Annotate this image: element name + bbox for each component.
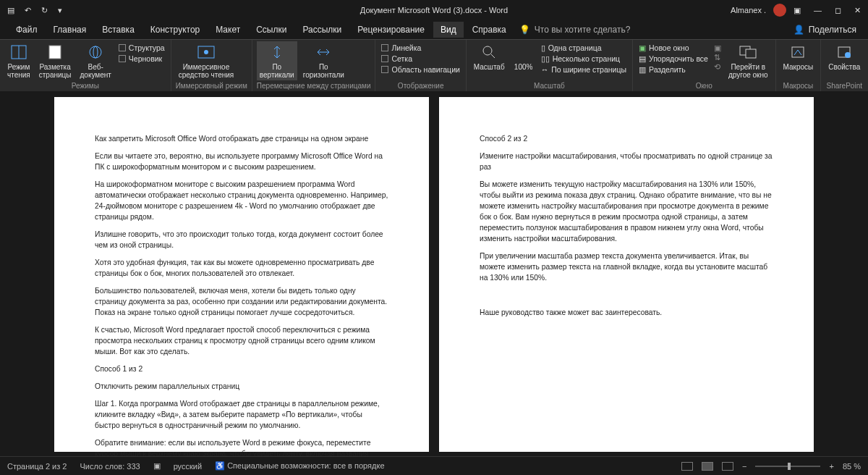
redo-icon[interactable]: ↻ xyxy=(41,6,48,15)
document-area[interactable]: Как запретить Microsoft Office Word отоб… xyxy=(0,91,868,456)
a11y-icon: ♿ xyxy=(215,461,225,470)
side-by-side-icon[interactable]: ▣ xyxy=(714,43,721,52)
group-zoom: Масштаб 100% ▯Одна страница ▯▯Несколько … xyxy=(467,40,633,91)
vertical-button[interactable]: Повертикали xyxy=(257,41,297,80)
reset-pos-icon[interactable]: ⟲ xyxy=(714,62,721,71)
svg-point-6 xyxy=(204,50,208,54)
svg-point-7 xyxy=(483,46,492,55)
multi-page-button[interactable]: ▯▯Несколько страниц xyxy=(541,54,626,64)
lightbulb-icon: 💡 xyxy=(519,25,530,35)
qa-more-icon[interactable]: ▾ xyxy=(58,6,62,15)
width-icon: ↔ xyxy=(541,65,549,74)
new-window-button[interactable]: ▣Новое окно xyxy=(639,43,708,53)
sync-scroll-icon[interactable]: ⇅ xyxy=(714,53,721,62)
minimize-button[interactable]: — xyxy=(814,6,822,15)
draft-button[interactable]: Черновик xyxy=(119,54,165,64)
menu-review[interactable]: Рецензирование xyxy=(350,22,432,38)
spellcheck-icon[interactable]: ▣ xyxy=(153,461,161,471)
paragraph: Отключить режим параллельных страниц xyxy=(95,381,388,392)
menu-design[interactable]: Конструктор xyxy=(143,22,207,38)
view-web-icon[interactable] xyxy=(722,462,733,471)
group-sharepoint: Свойства SharePoint xyxy=(821,40,867,91)
zoom-out-button[interactable]: − xyxy=(742,462,746,471)
paragraph: Способ 2 из 2 xyxy=(480,133,773,144)
status-lang[interactable]: русский xyxy=(174,462,202,471)
menu-refs[interactable]: Ссылки xyxy=(249,22,294,38)
menu-insert[interactable]: Вставка xyxy=(95,22,142,38)
pages-icon: ▯▯ xyxy=(541,54,550,63)
page-1: Как запретить Microsoft Office Word отоб… xyxy=(54,97,429,452)
read-mode-button[interactable]: Режимчтения xyxy=(4,41,33,80)
paragraph: К счастью, Microsoft Word предлагает про… xyxy=(95,324,388,357)
paragraph: Как запретить Microsoft Office Word отоб… xyxy=(95,133,388,144)
group-window: ▣Новое окно ▤Упорядочить все ▥Разделить … xyxy=(633,40,776,91)
menu-mail[interactable]: Рассылки xyxy=(295,22,349,38)
one-page-button[interactable]: ▯Одна страница xyxy=(541,43,626,53)
tell-me[interactable]: 💡Что вы хотите сделать? xyxy=(519,25,631,35)
gridlines-checkbox[interactable]: Сетка xyxy=(381,54,459,64)
paragraph: Наше руководство также может вас заинтер… xyxy=(480,307,773,318)
paragraph: Большинство пользователей, включая меня,… xyxy=(95,285,388,318)
immersive-reader-button[interactable]: Иммерсивноесредство чтения xyxy=(176,41,237,80)
paragraph: Если вы читаете это, вероятно, вы исполь… xyxy=(95,151,388,172)
navpane-checkbox[interactable]: Область навигации xyxy=(381,64,459,75)
user-name[interactable]: Almanex . xyxy=(731,6,766,14)
save-icon[interactable]: ▤ xyxy=(7,6,14,15)
status-words[interactable]: Число слов: 333 xyxy=(80,462,140,471)
ribbon: Режимчтения Разметкастраницы Веб-докумен… xyxy=(0,39,868,91)
menu-home[interactable]: Главная xyxy=(46,22,94,38)
web-layout-button[interactable]: Веб-документ xyxy=(77,41,114,80)
outline-button[interactable]: Структура xyxy=(119,43,165,53)
split-icon: ▥ xyxy=(639,65,646,74)
zoom-value[interactable]: 85 % xyxy=(843,462,861,471)
svg-rect-11 xyxy=(792,47,804,57)
paragraph: Излишне говорить, что это происходит тол… xyxy=(95,229,388,251)
arrange-icon: ▤ xyxy=(639,54,646,63)
paragraph: Измените настройки масштабирования, чтоб… xyxy=(480,151,773,172)
close-button[interactable]: ✕ xyxy=(854,6,861,15)
status-page[interactable]: Страница 2 из 2 xyxy=(7,462,67,471)
menu-help[interactable]: Справка xyxy=(465,22,514,38)
group-macros: Макросы Макросы xyxy=(776,40,822,91)
paragraph: Шаг 1. Когда программа Word отображает д… xyxy=(95,398,388,431)
macros-button[interactable]: Макросы xyxy=(780,41,817,72)
share-button[interactable]: 👤Поделиться xyxy=(793,25,868,35)
svg-line-8 xyxy=(491,54,495,58)
page-icon: ▯ xyxy=(541,43,545,52)
page-width-button[interactable]: ↔По ширине страницы xyxy=(541,64,626,75)
print-layout-button[interactable]: Разметкастраницы xyxy=(36,41,75,80)
arrange-all-button[interactable]: ▤Упорядочить все xyxy=(639,54,708,64)
undo-icon[interactable]: ↶ xyxy=(25,6,31,15)
switch-windows-button[interactable]: Перейти вдругое окно xyxy=(726,41,771,80)
paragraph: Хотя это удобная функция, так как вы мож… xyxy=(95,257,388,279)
paragraph: При увеличении масштаба размер текста до… xyxy=(480,251,773,283)
ribbon-display-icon[interactable]: ▣ xyxy=(793,6,801,15)
split-button[interactable]: ▥Разделить xyxy=(639,64,708,75)
ruler-checkbox[interactable]: Линейка xyxy=(381,43,459,53)
properties-button[interactable]: Свойства xyxy=(825,41,863,72)
zoom-in-button[interactable]: + xyxy=(829,462,833,471)
svg-rect-10 xyxy=(746,49,756,58)
menubar: Файл Главная Вставка Конструктор Макет С… xyxy=(0,20,868,39)
menu-view[interactable]: Вид xyxy=(433,22,464,38)
menu-file[interactable]: Файл xyxy=(9,22,45,38)
status-a11y[interactable]: ♿ Специальные возможности: все в порядке xyxy=(215,461,384,471)
titlebar: ▤ ↶ ↻ ▾ Документ Microsoft Word (3).docx… xyxy=(0,0,868,20)
group-pagemove: Повертикали Погоризонтали Перемещение ме… xyxy=(252,40,376,91)
paragraph: На широкоформатном мониторе с высоким ра… xyxy=(95,179,388,222)
zoom-100-button[interactable]: 100% xyxy=(511,41,537,72)
maximize-button[interactable]: ◻ xyxy=(835,6,841,15)
horizontal-button[interactable]: Погоризонтали xyxy=(300,41,347,80)
svg-point-4 xyxy=(93,46,98,58)
zoom-slider[interactable] xyxy=(755,466,820,467)
document-title: Документ Microsoft Word (3).docx - Word xyxy=(360,6,508,14)
svg-point-3 xyxy=(90,46,101,58)
zoom-button[interactable]: Масштаб xyxy=(471,41,508,72)
paragraph: Обратите внимание: если вы используете W… xyxy=(95,437,388,456)
statusbar: Страница 2 из 2 Число слов: 333 ▣ русски… xyxy=(0,456,868,475)
view-print-icon[interactable] xyxy=(702,462,713,471)
avatar[interactable] xyxy=(773,4,786,17)
menu-layout[interactable]: Макет xyxy=(208,22,247,38)
view-read-icon[interactable] xyxy=(681,462,693,471)
newwin-icon: ▣ xyxy=(639,43,646,52)
